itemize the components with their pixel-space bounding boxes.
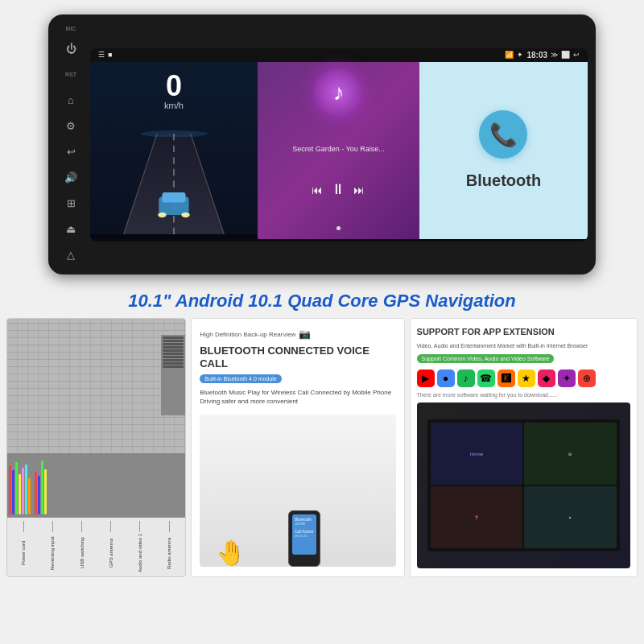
support-heading: SUPPORT FOR APP EXTENSION	[417, 327, 630, 337]
product-title-text: 10.1" Android 10.1 Quad Core GPS Navigat…	[16, 291, 628, 312]
main-screen: ☰ ■ 📶 ✦ 18:03 ≫ ⬜ ↩ 0 km/h	[90, 48, 588, 242]
hd-badge: High Definition Back-up Rearview 📷	[200, 328, 395, 340]
pcb-board	[7, 319, 185, 453]
label-audio: Audio and video 1	[138, 521, 142, 573]
bt-module-badge: Built-in Bluetooth 4.0 module	[200, 374, 282, 383]
music-progress-dot	[336, 226, 341, 230]
label-line	[169, 521, 170, 532]
wire-gray	[31, 458, 34, 514]
app-icon-4[interactable]: ✦	[558, 369, 576, 387]
mic-label: MIC	[66, 26, 76, 31]
back-unit-image	[7, 319, 185, 453]
label-line	[23, 521, 24, 532]
product-title-section: 10.1" Android 10.1 Quad Core GPS Navigat…	[0, 283, 644, 318]
eject-button[interactable]: ⏏	[62, 220, 80, 237]
wifi-icon: 📶	[505, 51, 514, 59]
label-reversing: Reversing input	[50, 521, 55, 573]
speed-value: 0	[164, 72, 184, 101]
label-line	[52, 521, 53, 532]
app-icon-spotify[interactable]: ♪	[457, 369, 475, 387]
music-panel[interactable]: ♪ Secret Garden - You Raise... ⏮ ⏸ ⏭	[258, 62, 419, 239]
bluetooth-phone-icon: 📞	[479, 110, 527, 159]
gps-panel[interactable]: 0 km/h	[90, 62, 258, 239]
wire-cyan	[25, 464, 27, 514]
app-icon-maps[interactable]: ●	[437, 369, 455, 387]
label-line	[139, 521, 140, 532]
status-bar: ☰ ■ 📶 ✦ 18:03 ≫ ⬜ ↩	[90, 48, 588, 62]
phone-demo-area: 🤚 Bluetooth 100386 Call Active 00:05:24	[200, 415, 395, 567]
label-text: Audio and video 1	[138, 533, 142, 573]
label-usb: USB switching	[80, 521, 85, 573]
nav-up-icon: ≫	[551, 51, 558, 59]
status-left: ☰ ■	[98, 51, 112, 59]
apps-button[interactable]: ⊞	[62, 194, 80, 212]
home-button[interactable]: ⌂	[62, 91, 80, 109]
bt-status-icon: ✦	[517, 51, 523, 59]
car-dashboard-screen: Home ⊞ 📍 ✦	[417, 402, 630, 568]
wire-green	[15, 462, 18, 514]
back-of-unit-panel: Power cord Reversing input USB switching…	[6, 318, 186, 577]
settings-button[interactable]: ⚙	[62, 117, 80, 134]
support-badge: Support Common Video, Audio and Video So…	[417, 354, 555, 363]
label-text: GPS antenna	[109, 533, 114, 573]
phone-mockup: Bluetooth 100386 Call Active 00:05:24	[288, 510, 320, 567]
phone-screen: Bluetooth 100386 Call Active 00:05:24	[292, 514, 316, 555]
connector-pin	[163, 353, 184, 355]
wire-red	[9, 466, 11, 514]
nav-button[interactable]: △	[62, 246, 80, 263]
screen-content: 0 km/h	[90, 62, 588, 239]
app-icon-whatsapp[interactable]: ☎	[477, 369, 495, 387]
connector-pin	[163, 346, 184, 349]
connector-pin	[163, 359, 184, 361]
speed-unit: km/h	[164, 101, 184, 110]
speed-display: 0 km/h	[164, 72, 184, 110]
status-time: 18:03	[526, 51, 547, 60]
connector-pin	[163, 356, 184, 358]
status-right: 📶 ✦ 18:03 ≫ ⬜ ↩	[505, 51, 580, 60]
music-title: Secret Garden - You Raise...	[289, 145, 388, 153]
next-button[interactable]: ⏭	[353, 184, 365, 196]
pause-button[interactable]: ⏸	[331, 181, 345, 198]
more-apps-text: There are more software waiting for you …	[417, 392, 630, 398]
prev-button[interactable]: ⏮	[312, 184, 323, 196]
rst-label: RST	[62, 65, 80, 83]
svg-point-9	[181, 212, 189, 217]
back-button[interactable]: ↩	[62, 142, 80, 160]
head-unit-container: MIC ⏻ RST ⌂ ⚙ ↩ 🔊 ⊞ ⏏ △ ☰ ■ 📶 ✦ 18:03	[0, 0, 644, 283]
app-icons-row: ▶ ● ♪ ☎ 🅺 ★ ◆ ✦ ⊕	[417, 369, 630, 387]
mini-cell-apps: ⊞	[524, 423, 616, 485]
connector-pin	[163, 349, 184, 352]
wire-orange	[28, 478, 31, 514]
app-icon-2[interactable]: ★	[518, 369, 535, 387]
square-icon: ■	[108, 51, 112, 59]
app-icon-3[interactable]: ◆	[538, 369, 555, 387]
bt-info-heading: BLUETOOTH CONNECTED VOICE CALL	[200, 345, 395, 369]
mini-cell-bt: ✦	[524, 486, 616, 548]
app-icon-youtube[interactable]: ▶	[417, 369, 435, 387]
wire-green2	[41, 460, 43, 514]
back-icon: ↩	[573, 51, 580, 59]
wire-red2	[35, 472, 37, 514]
connector-pin	[163, 365, 184, 368]
label-text: Power cord	[21, 533, 26, 573]
bt-heading-text: BLUETOOTH CONNECTED VOICE CALL	[200, 345, 369, 369]
side-buttons: MIC ⏻ RST ⌂ ⚙ ↩ 🔊 ⊞ ⏏ △	[60, 26, 82, 263]
label-line	[81, 521, 82, 532]
app-icon-1[interactable]: 🅺	[497, 369, 515, 387]
bt-description: Bluetooth Music Play for Wireless Call C…	[200, 388, 395, 406]
bluetooth-label: Bluetooth	[466, 171, 541, 190]
wire-blue2	[38, 476, 40, 514]
head-unit: MIC ⏻ RST ⌂ ⚙ ↩ 🔊 ⊞ ⏏ △ ☰ ■ 📶 ✦ 18:03	[48, 14, 596, 275]
music-album-art[interactable]: ♪	[314, 68, 362, 117]
volume-button[interactable]: 🔊	[62, 168, 80, 186]
car-screen-content: Home ⊞ 📍 ✦	[417, 402, 630, 568]
mini-screen: Home ⊞ 📍 ✦	[427, 419, 620, 552]
support-description: Video, Audio and Entertainment Market wi…	[417, 342, 630, 349]
bluetooth-panel[interactable]: 📞 Bluetooth	[419, 62, 588, 239]
svg-point-5	[140, 130, 207, 137]
app-icon-tiktok[interactable]: ⊕	[578, 369, 596, 387]
bottom-section: Power cord Reversing input USB switching…	[0, 318, 644, 584]
music-controls: ⏮ ⏸ ⏭	[312, 181, 365, 198]
connector-pin	[163, 343, 184, 345]
power-button[interactable]: ⏻	[62, 39, 80, 57]
